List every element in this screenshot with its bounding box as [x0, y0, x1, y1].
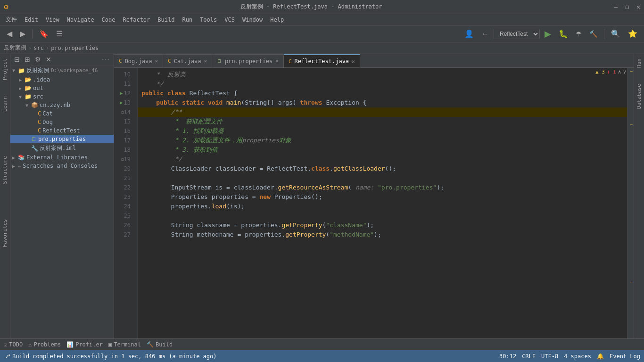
structure-side-tab[interactable]: Structure	[1, 153, 9, 187]
tree-idea[interactable]: ▶ 📂 .idea	[10, 75, 114, 84]
menu-window[interactable]: Window	[239, 14, 266, 25]
problems-tab[interactable]: ⚠ Problems	[28, 341, 61, 348]
tab-dog[interactable]: C Dog.java ✕	[114, 54, 163, 67]
menu-tools[interactable]: Tools	[196, 14, 221, 25]
learn-side-tab[interactable]: Learn	[1, 93, 9, 115]
paren-26a: (	[322, 221, 326, 230]
tab-close-dog[interactable]: ✕	[155, 58, 158, 64]
code-line-15: * 获取配置文件	[138, 117, 627, 126]
menu-build[interactable]: Build	[154, 14, 178, 25]
tree-pkg[interactable]: ▼ 📦 cn.zzy.nb	[10, 101, 114, 109]
menu-run[interactable]: Run	[178, 14, 196, 25]
sidebar-close-btn[interactable]: ✕	[44, 55, 53, 64]
settings-button[interactable]: ⭐	[625, 28, 640, 39]
code-line-18: * 3. 获取到值	[138, 145, 627, 155]
tree-iml[interactable]: ▶ 🔧 反射案例.iml	[10, 143, 114, 153]
minimize-button[interactable]: —	[614, 3, 618, 10]
arr-13: [] args)	[267, 98, 300, 107]
tab-close-cat[interactable]: ✕	[204, 58, 207, 64]
tab-icon-prop: 🗒	[217, 58, 222, 64]
sidebar-settings-btn[interactable]: ⚙	[33, 55, 43, 64]
type-properties2: Properties	[274, 192, 311, 202]
tree-out[interactable]: ▶ 📂 out	[10, 84, 114, 92]
fold-14[interactable]: ◻	[121, 107, 124, 117]
sp-23a: properties =	[208, 192, 260, 202]
forward-button[interactable]: ▶	[17, 28, 28, 39]
code-editor[interactable]: * 反射类 */ public class ReflectTest {	[138, 68, 627, 338]
line-separator: CRLF	[522, 353, 536, 360]
tab-close-prop[interactable]: ✕	[275, 58, 279, 64]
right-side-tabs: Run Database	[634, 54, 644, 338]
tab-icon-reflect: C	[289, 58, 292, 65]
kw-class-12: class	[167, 89, 186, 98]
search-everywhere-button[interactable]: 🔍	[608, 28, 623, 39]
tree-dog[interactable]: ▶ C Dog	[10, 118, 114, 126]
menu-view[interactable]: View	[42, 14, 63, 25]
comment-11: */	[141, 79, 164, 89]
tree-cat[interactable]: ▶ C Cat	[10, 109, 114, 118]
tab-icon-cat: C	[168, 58, 171, 64]
build-tab[interactable]: 🔨 Build	[147, 341, 173, 348]
menu-refactor[interactable]: Refactor	[119, 14, 154, 25]
favorites-side-tab[interactable]: Favorites	[1, 216, 9, 250]
terminal-tab[interactable]: ▣ Terminal	[108, 341, 141, 348]
method-main-13: main	[226, 98, 241, 107]
tree-label-scratch: Scratches and Consoles	[23, 163, 98, 169]
tree-reflecttest[interactable]: ▶ C ReflectTest	[10, 126, 114, 135]
tree-arrow-pkg: ▼	[25, 103, 30, 108]
coverage-button[interactable]: ☂	[573, 29, 585, 39]
breadcrumb-src[interactable]: src	[33, 45, 44, 51]
tree-properties[interactable]: ▶ 🗒 pro.properties	[10, 135, 114, 143]
sidebar-expand-btn[interactable]: ⊞	[23, 55, 32, 64]
debug-button[interactable]: 🐛	[556, 28, 571, 39]
problems-label: Problems	[33, 341, 61, 348]
fold-19[interactable]: ◻	[121, 155, 124, 164]
menu-code[interactable]: Code	[98, 14, 119, 25]
tree-src[interactable]: ▼ 📁 src	[10, 92, 114, 101]
todo-tab[interactable]: ☑ TODO	[4, 341, 23, 348]
extlib-icon: 📚	[18, 154, 25, 161]
menu-edit[interactable]: Edit	[21, 14, 42, 25]
titlebar-controls: — ❐ ✕	[614, 3, 640, 10]
bookmark-button[interactable]: 🔖	[36, 28, 51, 39]
menu-help[interactable]: Help	[266, 14, 288, 25]
breadcrumb-sep-2: ›	[46, 45, 49, 51]
nav-back-button[interactable]: ←	[479, 29, 492, 39]
method-getresource: getResourceAsStream	[278, 183, 348, 192]
sp-13d	[322, 98, 326, 107]
sp-26a: classname = properties.	[193, 221, 282, 230]
tab-close-reflect[interactable]: ✕	[352, 58, 355, 65]
tree-extlib[interactable]: ▶ 📚 External Libraries	[10, 153, 114, 162]
tab-cat[interactable]: C Cat.java ✕	[163, 54, 212, 67]
tree-root[interactable]: ▼ 📁 反射案例 D:\workspace_46	[10, 66, 114, 75]
menu-file[interactable]: 文件	[2, 14, 21, 25]
warning-nav-up[interactable]: ∧	[618, 69, 621, 75]
run-button[interactable]: ▶	[542, 28, 554, 40]
back-button[interactable]: ◀	[4, 28, 15, 39]
tab-properties[interactable]: 🗒 pro.properties ✕	[212, 54, 284, 67]
tab-reflecttest[interactable]: C ReflectTest.java ✕	[284, 54, 360, 67]
breadcrumb-project[interactable]: 反射案例	[4, 44, 26, 52]
tree-scratches[interactable]: ▶ ✏ Scratches and Consoles	[10, 162, 114, 170]
editor-warnings: ▲ 3 ↓ 1 ∧ ∨	[595, 69, 626, 75]
run-side-tab[interactable]: Run	[635, 56, 643, 71]
gutter-warn-1: —	[630, 69, 633, 74]
profile-button[interactable]: 👤	[462, 28, 477, 39]
database-side-tab[interactable]: Database	[635, 81, 643, 112]
build-button[interactable]: 🔨	[586, 29, 600, 39]
profiler-tab[interactable]: 📊 Profiler	[66, 341, 103, 348]
sidebar-collapse-btn[interactable]: ⊟	[12, 55, 22, 64]
comment-19: */	[141, 155, 182, 164]
breadcrumb-file[interactable]: pro.properties	[51, 45, 99, 51]
statusbar-right: 30:12 CRLF UTF-8 4 spaces 🔔 Event Log	[499, 353, 640, 360]
warning-nav-down[interactable]: ∨	[623, 69, 626, 75]
event-log-icon: 🔔	[597, 353, 604, 360]
maximize-button[interactable]: ❐	[625, 3, 629, 10]
structure-button[interactable]: ☰	[53, 28, 66, 39]
run-config-select[interactable]: ReflectTest	[494, 29, 540, 39]
comment-18: * 3. 获取到值	[141, 145, 218, 155]
menu-navigate[interactable]: Navigate	[63, 14, 98, 25]
project-side-tab[interactable]: Project	[1, 56, 9, 83]
close-button[interactable]: ✕	[636, 3, 640, 10]
menu-vcs[interactable]: VCS	[221, 14, 239, 25]
